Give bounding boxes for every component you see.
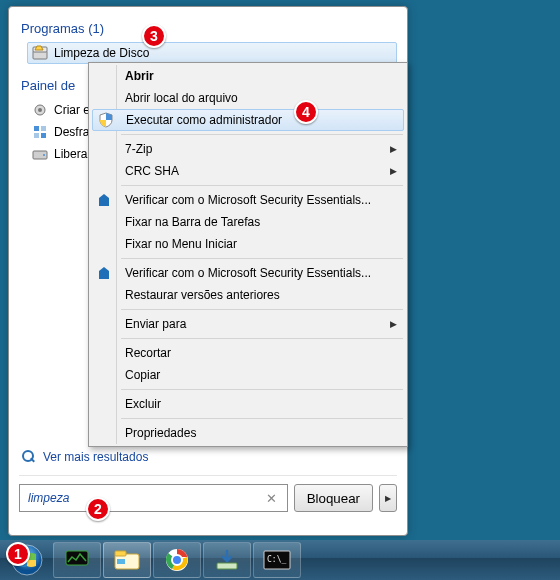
menu-label: Executar como administrador bbox=[126, 113, 282, 127]
svg-rect-17 bbox=[217, 563, 237, 569]
menu-mse-scan[interactable]: Verificar com o Microsoft Security Essen… bbox=[91, 189, 405, 211]
search-row: ✕ Bloquear ▶ bbox=[19, 484, 397, 512]
gear-icon bbox=[32, 102, 48, 118]
divider bbox=[19, 475, 397, 476]
svg-rect-14 bbox=[117, 559, 125, 564]
taskbar-cmd[interactable]: C:\_ bbox=[253, 542, 301, 578]
menu-restore-versions[interactable]: Restaurar versões anteriores bbox=[91, 284, 405, 306]
result-label: Limpeza de Disco bbox=[54, 46, 149, 60]
menu-label: Enviar para bbox=[125, 317, 186, 331]
menu-pin-start[interactable]: Fixar no Menu Iniciar bbox=[91, 233, 405, 255]
disk-icon bbox=[32, 146, 48, 162]
menu-crc-sha[interactable]: CRC SHA▶ bbox=[91, 160, 405, 182]
menu-label: Verificar com o Microsoft Security Essen… bbox=[125, 193, 371, 207]
menu-send-to[interactable]: Enviar para▶ bbox=[91, 313, 405, 335]
cmd-icon: C:\_ bbox=[263, 550, 291, 570]
menu-properties[interactable]: Propriedades bbox=[91, 422, 405, 444]
context-menu: Abrir Abrir local do arquivo Executar co… bbox=[88, 62, 408, 447]
mse-icon bbox=[96, 192, 112, 208]
annotation-badge-3: 3 bbox=[142, 24, 166, 48]
menu-label: Propriedades bbox=[125, 426, 196, 440]
mse-icon bbox=[96, 265, 112, 281]
svg-rect-6 bbox=[34, 133, 39, 138]
menu-label: Verificar com o Microsoft Security Essen… bbox=[125, 266, 371, 280]
menu-pin-taskbar[interactable]: Fixar na Barra de Tarefas bbox=[91, 211, 405, 233]
chevron-right-icon: ▶ bbox=[390, 319, 397, 329]
menu-label: Copiar bbox=[125, 368, 160, 382]
menu-label: Fixar na Barra de Tarefas bbox=[125, 215, 260, 229]
taskbar-explorer[interactable] bbox=[103, 542, 151, 578]
explorer-icon bbox=[113, 549, 141, 571]
menu-label: Recortar bbox=[125, 346, 171, 360]
search-icon bbox=[21, 449, 37, 465]
defrag-icon bbox=[32, 124, 48, 140]
lock-button[interactable]: Bloquear bbox=[294, 484, 373, 512]
panel-item-label: Desfra bbox=[54, 125, 89, 139]
programs-heading: Programas (1) bbox=[19, 17, 397, 42]
download-icon bbox=[215, 549, 239, 571]
svg-point-16 bbox=[172, 555, 182, 565]
svg-point-9 bbox=[43, 154, 45, 156]
see-more-label: Ver mais resultados bbox=[43, 450, 148, 464]
menu-label: Abrir bbox=[125, 69, 154, 83]
menu-copy[interactable]: Copiar bbox=[91, 364, 405, 386]
taskbar: C:\_ bbox=[0, 540, 560, 580]
taskbar-app-1[interactable] bbox=[53, 542, 101, 578]
search-box[interactable]: ✕ bbox=[19, 484, 288, 512]
search-input[interactable] bbox=[26, 490, 256, 506]
see-more-results[interactable]: Ver mais resultados bbox=[19, 445, 397, 469]
panel-item-label: Libera bbox=[54, 147, 87, 161]
menu-cut[interactable]: Recortar bbox=[91, 342, 405, 364]
chevron-right-icon: ▶ bbox=[390, 166, 397, 176]
menu-label: Abrir local do arquivo bbox=[125, 91, 238, 105]
shield-icon bbox=[98, 112, 114, 128]
result-limpeza-de-disco[interactable]: Limpeza de Disco bbox=[27, 42, 397, 64]
menu-mse-scan-2[interactable]: Verificar com o Microsoft Security Essen… bbox=[91, 262, 405, 284]
menu-run-as-admin[interactable]: Executar como administrador bbox=[92, 109, 404, 131]
svg-rect-13 bbox=[115, 551, 126, 556]
svg-rect-4 bbox=[34, 126, 39, 131]
menu-7zip[interactable]: 7-Zip▶ bbox=[91, 138, 405, 160]
chevron-right-icon: ▶ bbox=[390, 144, 397, 154]
menu-label: Fixar no Menu Iniciar bbox=[125, 237, 237, 251]
clear-search-icon[interactable]: ✕ bbox=[262, 491, 281, 506]
chrome-icon bbox=[165, 548, 189, 572]
svg-point-3 bbox=[38, 108, 42, 112]
annotation-badge-1: 1 bbox=[6, 542, 30, 566]
annotation-badge-4: 4 bbox=[294, 100, 318, 124]
taskbar-chrome[interactable] bbox=[153, 542, 201, 578]
panel-item-label: Criar e bbox=[54, 103, 90, 117]
menu-open-location[interactable]: Abrir local do arquivo bbox=[91, 87, 405, 109]
menu-label: Restaurar versões anteriores bbox=[125, 288, 280, 302]
menu-delete[interactable]: Excluir bbox=[91, 393, 405, 415]
disk-cleanup-icon bbox=[32, 45, 48, 61]
lock-options-button[interactable]: ▶ bbox=[379, 484, 397, 512]
menu-label: Excluir bbox=[125, 397, 161, 411]
taskbar-downloader[interactable] bbox=[203, 542, 251, 578]
menu-label: CRC SHA bbox=[125, 164, 179, 178]
svg-text:C:\_: C:\_ bbox=[267, 555, 286, 564]
monitor-icon bbox=[64, 549, 90, 571]
annotation-badge-2: 2 bbox=[86, 497, 110, 521]
svg-rect-7 bbox=[41, 133, 46, 138]
svg-rect-5 bbox=[41, 126, 46, 131]
menu-open[interactable]: Abrir bbox=[91, 65, 405, 87]
menu-label: 7-Zip bbox=[125, 142, 152, 156]
